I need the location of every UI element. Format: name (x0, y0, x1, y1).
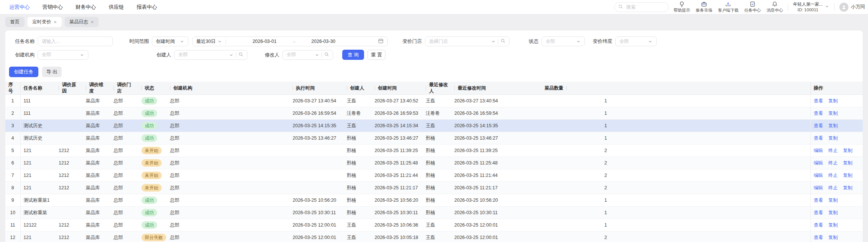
table-row[interactable]: 11121221212菜品库总部成功总部2026-03-25 12:00:01王… (5, 219, 863, 231)
cell-actions: 编辑终止复制 (810, 157, 863, 169)
table-row[interactable]: 81211212菜品库总部未开始总部邢楠2026-03-25 11:21:17邢… (5, 182, 863, 194)
cell-status: 未开始 (138, 182, 167, 194)
create-org-select[interactable]: 全部 (38, 50, 88, 60)
calendar-icon[interactable] (378, 38, 384, 45)
user-menu[interactable]: 小万同 (839, 3, 865, 12)
table-row[interactable]: 61211212菜品库总部未开始总部邢楠2026-03-25 11:25:48邢… (5, 157, 863, 169)
table-row[interactable]: 121211212菜品库总部部分失败总部2026-03-25 12:00:01王… (5, 231, 863, 242)
action-copy[interactable]: 复制 (843, 185, 853, 190)
help-tips[interactable]: 帮助提示 (674, 1, 690, 13)
filter-row-2: 创建机构 全部 创建人 全部 修改人 全部 查 (5, 50, 863, 60)
modifier-select[interactable]: 全部 (282, 50, 333, 60)
nav-item-5[interactable]: 报表中心 (137, 4, 157, 11)
action-copy[interactable]: 复制 (829, 222, 838, 228)
action-view[interactable]: 查看 (814, 111, 823, 116)
action-view[interactable]: 查看 (814, 98, 823, 103)
cell-spacer (624, 194, 810, 207)
action-copy[interactable]: 复制 (843, 160, 853, 166)
action-copy[interactable]: 复制 (829, 98, 838, 103)
action-copy[interactable]: 复制 (829, 111, 838, 116)
global-search[interactable] (614, 2, 669, 12)
nav-item-3[interactable]: 财务中心 (76, 4, 96, 11)
action-copy[interactable]: 复制 (843, 173, 853, 178)
tab-dish-log[interactable]: 菜品日志× (65, 17, 99, 27)
cell-reason (56, 107, 83, 120)
table-row[interactable]: 10测试称重菜菜品库总部成功总部2026-03-25 10:30:11邢楠202… (5, 207, 863, 219)
action-terminate[interactable]: 终止 (829, 185, 838, 190)
table-row[interactable]: 1111菜品库总部成功总部2026-03-27 13:40:54王磊2026-0… (5, 95, 863, 107)
table-row[interactable]: 2111菜品库总部成功总部2026-03-26 16:59:54汪卷卷2026-… (5, 107, 863, 120)
col-header-name: 任务名称 (20, 82, 56, 95)
search-input[interactable] (625, 4, 665, 10)
close-icon[interactable]: × (91, 20, 94, 24)
action-edit[interactable]: 编辑 (814, 185, 823, 190)
change-store-select[interactable]: 选择门店 (425, 37, 510, 46)
message-center[interactable]: 消息中心 (766, 1, 783, 13)
nav-item-1[interactable]: 运营中心 (9, 4, 30, 11)
action-edit[interactable]: 编辑 (814, 173, 823, 178)
table-row[interactable]: 9测试称重菜1菜品库总部成功总部2026-03-25 10:56:20邢楠202… (5, 194, 863, 207)
action-edit[interactable]: 编辑 (814, 148, 823, 153)
cell-exec: 2026-03-25 12:00:01 (290, 231, 344, 242)
search-icon[interactable] (238, 52, 243, 58)
search-icon[interactable] (324, 52, 329, 58)
action-view[interactable]: 查看 (814, 210, 823, 215)
query-button[interactable]: 查 询 (342, 50, 364, 60)
header-divider (170, 86, 170, 90)
table-row[interactable]: 71211212菜品库总部未开始总部邢楠2026-03-25 11:21:44邢… (5, 169, 863, 182)
cell-ctime: 2026-03-25 10:06:36 (372, 219, 423, 231)
action-copy[interactable]: 复制 (829, 135, 838, 141)
action-view[interactable]: 查看 (814, 198, 823, 203)
content-panel: 任务名称 请输入... 时间范围 创建时间 最近30日 2026-03-01 →… (5, 30, 863, 242)
cell-reason (56, 194, 83, 207)
header-divider (375, 86, 375, 90)
nav-item-4[interactable]: 供应链 (109, 4, 124, 11)
table-row[interactable]: 51211212菜品库总部未开始总部邢楠2026-03-25 11:39:25邢… (5, 145, 863, 157)
table-row[interactable]: 4测试历史菜品库总部成功总部2026-03-25 13:46:27邢楠2026-… (5, 132, 863, 145)
action-edit[interactable]: 编辑 (814, 160, 823, 166)
action-terminate[interactable]: 终止 (829, 173, 838, 178)
nav-item-2[interactable]: 营销中心 (42, 4, 63, 11)
cell-exec: 2026-03-25 10:56:20 (290, 194, 344, 207)
action-copy[interactable]: 复制 (829, 210, 838, 215)
filter-time-range: 时间范围 创建时间 最近30日 2026-03-01 → 2026-03-30 (129, 37, 388, 46)
task-center[interactable]: 任务中心 (744, 1, 761, 13)
create-org-value: 全部 (42, 52, 51, 58)
action-copy[interactable]: 复制 (829, 123, 838, 128)
task-name-input[interactable]: 请输入... (38, 37, 113, 46)
date-range-picker[interactable]: 最近30日 2026-03-01 → 2026-03-30 (192, 37, 388, 46)
creator-select[interactable]: 全部 (174, 50, 247, 60)
client-download[interactable]: 客户端下载 (718, 1, 739, 13)
cell-spacer (624, 219, 810, 231)
date-start-value[interactable]: 2026-03-01 (252, 39, 276, 44)
action-view[interactable]: 查看 (814, 222, 823, 228)
table-row[interactable]: 3测试历史菜品库总部成功总部2026-03-25 14:15:35王磊2026-… (5, 120, 863, 132)
tenant-switcher[interactable]: 年轻人第一家... ID: 100011 (793, 2, 829, 13)
time-type-select[interactable]: 创建时间 (152, 37, 188, 46)
cell-modifier: 邢楠 (423, 132, 451, 145)
cell-dim: 菜品库 (83, 231, 111, 242)
action-copy[interactable]: 复制 (829, 198, 838, 203)
date-end-value[interactable]: 2026-03-30 (311, 39, 335, 44)
action-terminate[interactable]: 终止 (829, 148, 838, 153)
export-button[interactable]: 导 出 (42, 67, 62, 77)
action-view[interactable]: 查看 (814, 135, 823, 141)
reset-button[interactable]: 重 置 (367, 50, 385, 60)
status-select[interactable]: 全部 (542, 37, 585, 46)
tab-timed-price[interactable]: 定时变价× (27, 17, 62, 27)
close-icon[interactable]: × (54, 20, 57, 24)
action-copy[interactable]: 复制 (843, 148, 853, 153)
cell-spacer (624, 231, 810, 242)
cell-num: 4 (5, 132, 20, 145)
search-icon[interactable] (501, 38, 505, 44)
action-terminate[interactable]: 终止 (829, 160, 838, 166)
change-dimension-select[interactable]: 全部 (615, 37, 657, 46)
date-preset-value: 最近30日 (196, 38, 215, 45)
action-view[interactable]: 查看 (814, 235, 823, 240)
create-task-button[interactable]: 创建任务 (9, 67, 38, 77)
action-view[interactable]: 查看 (814, 123, 823, 128)
service-market[interactable]: 服务市场 (696, 1, 712, 13)
action-copy[interactable]: 复制 (829, 235, 838, 240)
cell-num: 1 (5, 95, 20, 107)
tab-home[interactable]: 首页 (5, 17, 24, 27)
